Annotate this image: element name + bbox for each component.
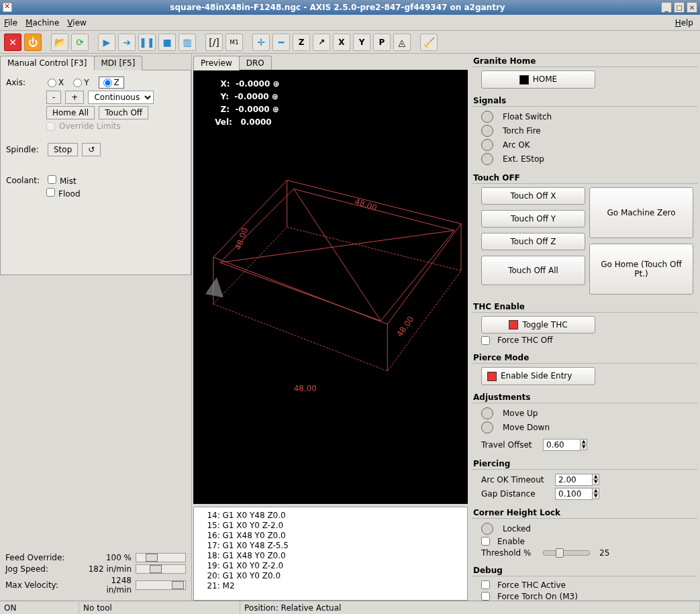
mist-check[interactable]: Mist bbox=[48, 175, 77, 186]
window-title: square-48inX48in-F1248.ngc - AXIS 2.5.0-… bbox=[16, 3, 659, 12]
menu-view[interactable]: View bbox=[67, 18, 86, 28]
tab-dro[interactable]: DRO bbox=[239, 56, 272, 70]
travel-offset[interactable] bbox=[543, 439, 581, 451]
power-button[interactable]: ⏻ bbox=[24, 34, 42, 51]
coolant-label: Coolant: bbox=[6, 176, 44, 185]
minimize-button[interactable]: _ bbox=[661, 2, 672, 13]
arc-timeout[interactable] bbox=[555, 474, 593, 486]
feed-label: Feed Override: bbox=[5, 553, 85, 562]
spindle-label: Spindle: bbox=[6, 145, 44, 154]
go-home[interactable]: Go Home (Touch Off Pt.) bbox=[589, 244, 693, 295]
debug-title: Debug bbox=[472, 564, 697, 576]
jog-label: Jog Speed: bbox=[5, 564, 85, 574]
estop-led bbox=[481, 153, 493, 165]
tab-mdi[interactable]: MDI [F5] bbox=[94, 56, 143, 70]
tab-preview[interactable]: Preview bbox=[193, 56, 240, 70]
close-button[interactable]: ✕ bbox=[687, 2, 697, 13]
svg-text:48.00: 48.00 bbox=[395, 315, 415, 339]
view-y-button[interactable]: Y bbox=[353, 34, 370, 51]
svg-marker-9 bbox=[205, 277, 223, 297]
jog-mode[interactable]: Continuous bbox=[88, 91, 154, 104]
toggle-thc[interactable]: Toggle THC bbox=[481, 316, 595, 334]
menu-machine[interactable]: Machine bbox=[26, 18, 59, 28]
menu-file[interactable]: File bbox=[4, 18, 17, 28]
locked-led bbox=[481, 523, 493, 535]
svg-line-7 bbox=[220, 230, 454, 262]
override-limits bbox=[46, 122, 55, 131]
side-entry[interactable]: Enable Side Entry bbox=[481, 367, 595, 385]
touchoff-x[interactable]: Touch Off X bbox=[481, 187, 585, 205]
svg-text:48.00: 48.00 bbox=[353, 197, 378, 213]
zoom-in-button[interactable]: ✛ bbox=[252, 34, 270, 51]
toolbar: ✕ ⏻ 📂 ⟳ ▶ ➔ ❚❚ ■ ▥ [/] M1 ✛ ━ Z ↗ X Y P … bbox=[0, 31, 700, 54]
block-delete-button[interactable]: [/] bbox=[205, 34, 223, 51]
gap-distance[interactable] bbox=[555, 488, 593, 500]
clear-plot-button[interactable]: 🧹 bbox=[420, 34, 438, 51]
status-pos: Position: Relative Actual bbox=[240, 601, 700, 614]
force-thc-active[interactable]: Force THC Active bbox=[481, 580, 693, 590]
statusbar: ON No tool Position: Relative Actual bbox=[0, 601, 700, 614]
threshold-slider[interactable] bbox=[543, 550, 590, 556]
corner-title: Corner Height Lock bbox=[472, 507, 697, 519]
touchoff-z[interactable]: Touch Off Z bbox=[481, 233, 585, 250]
corner-enable[interactable]: Enable bbox=[481, 537, 693, 546]
jog-minus[interactable]: - bbox=[46, 91, 61, 104]
menu-help[interactable]: Help bbox=[675, 18, 693, 28]
force-thc-off[interactable]: Force THC Off bbox=[481, 336, 693, 345]
adjust-title: Adjustments bbox=[472, 391, 697, 403]
spindle-stop[interactable]: Stop bbox=[48, 143, 78, 156]
app-icon bbox=[3, 3, 12, 12]
moveup-led bbox=[481, 407, 493, 419]
movedown-led bbox=[481, 421, 493, 433]
gcode-listing[interactable]: 14: G1 X0 Y48 Z0.0 15: G1 X0 Y0 Z-2.0 16… bbox=[193, 507, 468, 601]
pause-button[interactable]: ❚❚ bbox=[138, 34, 156, 51]
float-led bbox=[481, 111, 493, 123]
view-z-button[interactable]: Z bbox=[293, 34, 310, 51]
go-machine-zero[interactable]: Go Machine Zero bbox=[589, 187, 693, 238]
thc-title: THC Enable bbox=[472, 301, 697, 313]
piercing-title: Piercing bbox=[472, 458, 697, 470]
axis-x-radio[interactable]: X bbox=[48, 78, 64, 87]
reload-button[interactable]: ⟳ bbox=[71, 34, 89, 51]
preview-canvas[interactable]: 48.00 48.00 48.00 48.00 X: -0.0000 ⊕ Y: … bbox=[193, 70, 468, 504]
status-on: ON bbox=[0, 601, 79, 614]
maxv-slider[interactable] bbox=[136, 580, 186, 590]
view-rotate-button[interactable]: ◬ bbox=[393, 34, 411, 51]
axis-z-radio[interactable]: Z bbox=[99, 76, 124, 89]
zoom-out-button[interactable]: ━ bbox=[272, 34, 290, 51]
view-z2-button[interactable]: ↗ bbox=[313, 34, 330, 51]
signals-title: Signals bbox=[472, 95, 697, 107]
jog-plus[interactable]: + bbox=[65, 91, 84, 104]
menubar: File Machine View Help bbox=[0, 15, 700, 31]
svg-marker-0 bbox=[213, 227, 461, 370]
tab-manual[interactable]: Manual Control [F3] bbox=[0, 56, 95, 70]
flood-check[interactable]: Flood bbox=[46, 188, 81, 199]
status-tool: No tool bbox=[79, 601, 240, 614]
estop-button[interactable]: ✕ bbox=[4, 34, 21, 51]
axis-y-radio[interactable]: Y bbox=[73, 78, 89, 87]
home-all[interactable]: Home All bbox=[46, 106, 95, 119]
maximize-button[interactable]: □ bbox=[674, 2, 685, 13]
dro-readout: X: -0.0000 ⊕ Y: -0.0000 ⊕ Z: -0.0000 ⊕ V… bbox=[212, 76, 279, 127]
feed-slider[interactable] bbox=[136, 553, 186, 562]
spindle-ccw[interactable]: ↺ bbox=[82, 143, 101, 156]
jog-slider[interactable] bbox=[136, 564, 186, 574]
touch-off[interactable]: Touch Off bbox=[99, 106, 148, 119]
stop-button[interactable]: ■ bbox=[158, 34, 176, 51]
view-p-button[interactable]: P bbox=[373, 34, 391, 51]
touchoff-y[interactable]: Touch Off Y bbox=[481, 210, 585, 227]
touchoff-all[interactable]: Touch Off All bbox=[481, 256, 585, 285]
run-button[interactable]: ▶ bbox=[98, 34, 115, 51]
opt-stop-button[interactable]: M1 bbox=[226, 34, 243, 51]
touchoff-title: Touch OFF bbox=[472, 172, 697, 184]
granite-title: Granite Home bbox=[472, 55, 697, 67]
open-button[interactable]: 📂 bbox=[51, 34, 68, 51]
force-torch-on[interactable]: Force Torch On (M3) bbox=[481, 592, 693, 601]
axis-label: Axis: bbox=[6, 78, 44, 87]
arcok-led bbox=[481, 139, 493, 151]
svg-text:48.00: 48.00 bbox=[294, 384, 317, 393]
step-button[interactable]: ➔ bbox=[118, 34, 136, 51]
home-button[interactable]: HOME bbox=[481, 70, 595, 89]
skip-button[interactable]: ▥ bbox=[179, 34, 196, 51]
view-x-button[interactable]: X bbox=[333, 34, 350, 51]
